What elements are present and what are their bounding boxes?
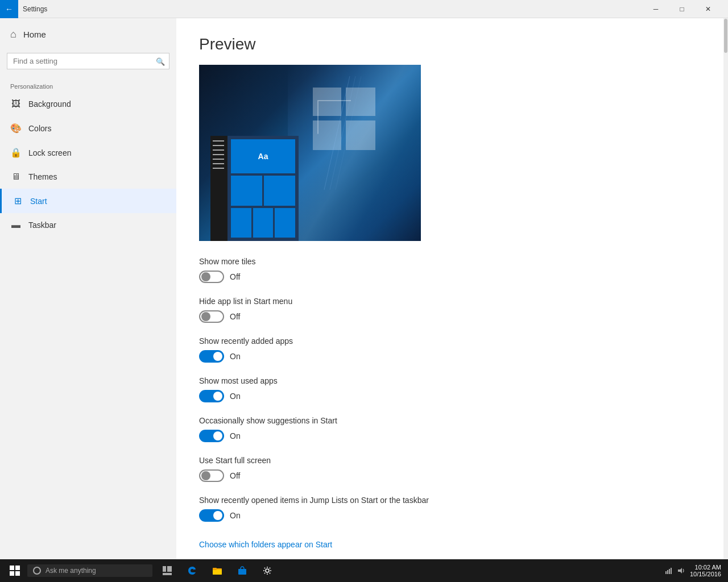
system-clock[interactable]: 10:02 AM 10/15/2016 (690, 564, 721, 577)
preview-menu-line-6 (213, 163, 224, 164)
svg-rect-23 (665, 571, 667, 574)
setting-label-show-recently-opened: Show recently opened items in Jump Lists… (199, 496, 701, 505)
sidebar-item-taskbar[interactable]: ▬ Taskbar (0, 213, 176, 237)
start-square-1 (10, 566, 14, 570)
preview-tile-aa: Aa (231, 139, 295, 173)
taskbar-icon: ▬ (10, 220, 22, 230)
sidebar-home-label: Home (23, 30, 46, 39)
toggle-hide-app-list[interactable] (199, 310, 224, 323)
scrollbar[interactable] (723, 18, 728, 559)
setting-show-more-tiles: Show more tiles Off (199, 257, 701, 283)
setting-label-use-full-screen: Use Start full screen (199, 456, 701, 465)
taskbar-apps (155, 559, 280, 582)
toggle-knob (213, 511, 222, 520)
setting-show-suggestions: Occasionally show suggestions in Start O… (199, 416, 701, 442)
back-button[interactable]: ← (0, 0, 18, 18)
task-view-icon (163, 566, 172, 575)
preview-tile-sm-1 (231, 176, 262, 206)
toggle-knob (213, 431, 222, 440)
setting-label-hide-app-list: Hide app list in Start menu (199, 297, 701, 306)
store-button[interactable] (230, 559, 255, 582)
sidebar-item-colors[interactable]: 🎨 Colors (0, 116, 176, 140)
close-button[interactable]: ✕ (695, 0, 721, 18)
date-display: 10/15/2016 (690, 571, 721, 577)
lock-screen-icon: 🔒 (10, 147, 22, 158)
start-square-2 (15, 566, 20, 570)
toggle-row-hide-app-list: Off (199, 310, 701, 323)
time-display: 10:02 AM (695, 564, 721, 571)
svg-point-20 (270, 573, 271, 574)
cortana-icon (33, 567, 41, 575)
toggle-show-most-used[interactable] (199, 390, 224, 402)
toggle-row-use-full-screen: Off (199, 469, 701, 482)
sidebar: ⌂ Home 🔍 Personalization 🖼 Background 🎨 … (0, 18, 176, 559)
svg-point-16 (267, 573, 268, 575)
preview-menu-line-3 (213, 149, 224, 151)
themes-icon: 🖥 (10, 172, 22, 182)
task-view-button[interactable] (155, 559, 180, 582)
sidebar-item-label-themes: Themes (28, 172, 57, 181)
toggle-knob (201, 471, 210, 480)
taskbar-search[interactable]: Ask me anything (27, 564, 152, 577)
svg-rect-13 (238, 569, 246, 575)
svg-point-15 (267, 567, 268, 568)
back-icon: ← (5, 5, 13, 14)
svg-rect-9 (163, 573, 172, 575)
taskbar-search-text: Ask me anything (46, 567, 96, 575)
search-input[interactable] (7, 53, 169, 69)
toggle-knob (201, 312, 210, 321)
toggle-state-show-recently-added: On (230, 352, 241, 361)
svg-point-17 (263, 570, 264, 571)
sidebar-item-label-lock-screen: Lock screen (28, 148, 71, 157)
toggle-state-use-full-screen: Off (230, 471, 240, 480)
toggle-row-show-more-tiles: Off (199, 271, 701, 283)
svg-rect-11 (213, 569, 222, 575)
sidebar-item-themes[interactable]: 🖥 Themes (0, 165, 176, 189)
preview-start-right: Aa (228, 136, 299, 241)
svg-line-4 (324, 76, 350, 190)
toggle-show-suggestions[interactable] (199, 430, 224, 442)
file-explorer-icon (213, 566, 222, 575)
maximize-button[interactable]: □ (669, 0, 695, 18)
file-explorer-button[interactable] (205, 559, 230, 582)
preview-tile-sm-4 (253, 208, 274, 238)
toggle-row-show-recently-opened: On (199, 509, 701, 522)
edge-button[interactable] (180, 559, 205, 582)
preview-start-menu: Aa (210, 136, 299, 241)
setting-hide-app-list: Hide app list in Start menu Off (199, 297, 701, 323)
search-icon: 🔍 (156, 57, 165, 65)
minimize-button[interactable]: ─ (643, 0, 669, 18)
toggle-show-recently-opened[interactable] (199, 509, 224, 522)
home-icon: ⌂ (10, 28, 16, 40)
toggle-state-show-recently-opened: On (230, 511, 241, 520)
preview-tiles-row-1 (231, 176, 295, 206)
choose-folders-link[interactable]: Choose which folders appear on Start (199, 540, 332, 549)
toggle-row-show-most-used: On (199, 390, 701, 402)
start-icon (10, 566, 20, 576)
taskbar-tray: 10:02 AM 10/15/2016 (660, 564, 726, 577)
start-button[interactable] (2, 559, 27, 582)
preview-menu-line-5 (213, 159, 224, 160)
preview-tile-sm-3 (231, 208, 251, 238)
sidebar-item-lock-screen[interactable]: 🔒 Lock screen (0, 140, 176, 165)
titlebar: ← Settings ─ □ ✕ (0, 0, 728, 18)
toggle-show-recently-added[interactable] (199, 350, 224, 363)
svg-line-6 (336, 76, 361, 190)
setting-show-recently-added: Show recently added apps On (199, 336, 701, 363)
svg-rect-7 (163, 566, 166, 572)
settings-app-button[interactable] (255, 559, 280, 582)
svg-marker-27 (678, 568, 682, 573)
sidebar-home[interactable]: ⌂ Home (0, 18, 176, 51)
window-controls: ─ □ ✕ (643, 0, 721, 18)
preview-menu-line-4 (213, 154, 224, 155)
main-content: ⌂ Home 🔍 Personalization 🖼 Background 🎨 … (0, 18, 728, 559)
sidebar-item-start[interactable]: ⊞ Start (0, 189, 176, 213)
start-square-3 (10, 571, 14, 576)
toggle-use-full-screen[interactable] (199, 469, 224, 482)
network-icon (665, 567, 673, 575)
sidebar-item-background[interactable]: 🖼 Background (0, 92, 176, 116)
toggle-knob (201, 272, 210, 281)
toggle-knob (213, 392, 222, 401)
toggle-show-more-tiles[interactable] (199, 271, 224, 283)
preview-image: Aa (199, 65, 421, 241)
